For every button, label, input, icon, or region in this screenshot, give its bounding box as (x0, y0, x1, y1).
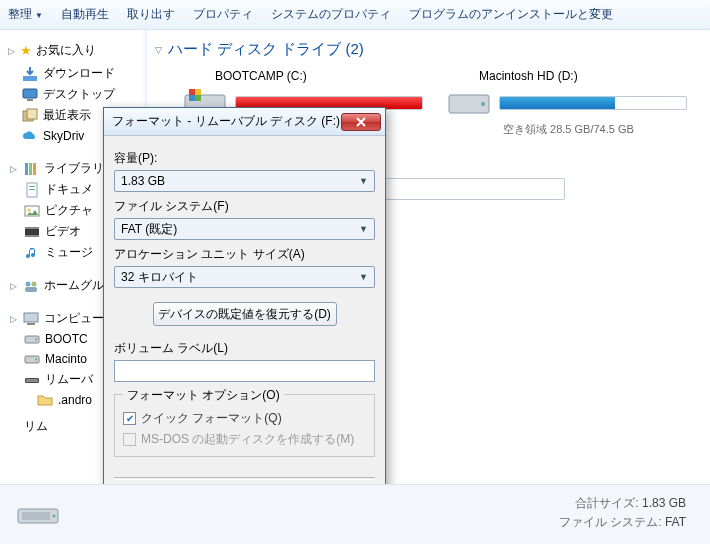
library-icon (23, 161, 39, 177)
sidebar-downloads[interactable]: ダウンロード (10, 63, 146, 84)
toolbar-autoplay[interactable]: 自動再生 (61, 6, 109, 23)
hdd-icon (447, 87, 491, 119)
svg-point-12 (28, 208, 31, 211)
svg-rect-26 (26, 379, 38, 382)
volume-label-label: ボリューム ラベル(L) (114, 340, 375, 357)
hdd-icon (24, 331, 40, 347)
checkbox-icon (123, 433, 136, 446)
volume-label-input[interactable] (114, 360, 375, 382)
recent-icon (22, 108, 38, 124)
checkbox-icon: ✔ (123, 412, 136, 425)
chevron-down-icon: ▽ (155, 45, 162, 55)
svg-rect-2 (27, 99, 33, 101)
picture-icon (24, 203, 40, 219)
allocation-label: アロケーション ユニット サイズ(A) (114, 246, 375, 263)
capacity-label: 容量(P): (114, 150, 375, 167)
quick-format-checkbox[interactable]: ✔ クイック フォーマット(Q) (123, 410, 366, 427)
toolbar-organize[interactable]: 整理▼ (8, 6, 43, 23)
svg-rect-35 (22, 512, 50, 520)
close-icon (356, 117, 366, 127)
svg-point-36 (53, 515, 56, 518)
star-icon: ★ (20, 43, 32, 58)
chevron-down-icon: ▼ (359, 272, 368, 282)
drive-free-space: 空き領域 28.5 GB/74.5 GB (447, 122, 687, 137)
svg-rect-15 (25, 235, 39, 237)
svg-rect-20 (27, 323, 35, 325)
svg-point-17 (32, 281, 37, 286)
format-options-group: フォーマット オプション(O) ✔ クイック フォーマット(Q) MS-DOS … (114, 394, 375, 457)
removable-icon (24, 372, 40, 388)
svg-rect-7 (33, 163, 36, 175)
hdd-section-header[interactable]: ▽ ハード ディスク ドライブ (2) (155, 36, 700, 69)
toolbar-eject[interactable]: 取り出す (127, 6, 175, 23)
chevron-down-icon: ▼ (359, 224, 368, 234)
filesystem-label: ファイル システム(F) (114, 198, 375, 215)
svg-rect-18 (25, 287, 37, 292)
allocation-select[interactable]: 32 キロバイト▼ (114, 266, 375, 288)
svg-rect-4 (27, 109, 37, 119)
toolbar-properties[interactable]: プロパティ (193, 6, 253, 23)
toolbar-system-properties[interactable]: システムのプロパティ (271, 6, 391, 23)
capacity-select[interactable]: 1.83 GB▼ (114, 170, 375, 192)
folder-icon (37, 392, 53, 408)
svg-point-24 (35, 359, 37, 361)
format-options-label: フォーマット オプション(O) (123, 387, 284, 404)
document-icon (24, 182, 40, 198)
msdos-boot-checkbox: MS-DOS の起動ディスクを作成する(M) (123, 431, 366, 448)
desktop-icon (22, 87, 38, 103)
toolbar-programs[interactable]: プログラムのアンインストールと変更 (409, 6, 613, 23)
svg-rect-9 (29, 186, 35, 187)
download-icon (22, 66, 38, 82)
restore-defaults-button[interactable]: デバイスの既定値を復元する(D) (153, 302, 337, 326)
details-text: 合計サイズ: 1.83 GB ファイル システム: FAT (559, 494, 686, 532)
filesystem-select[interactable]: FAT (既定)▼ (114, 218, 375, 240)
video-icon (24, 224, 40, 240)
capacity-bar (499, 96, 687, 110)
svg-rect-14 (25, 227, 39, 229)
svg-rect-1 (23, 89, 37, 98)
music-icon (24, 245, 40, 261)
drive-machd[interactable]: Macintosh HD (D:) 空き領域 28.5 GB/74.5 GB (447, 69, 687, 137)
removable-disk-icon (16, 495, 60, 534)
homegroup-icon (23, 278, 39, 294)
hdd-icon (24, 351, 40, 367)
computer-icon (23, 311, 39, 327)
divider (114, 477, 375, 480)
close-button[interactable] (341, 113, 381, 131)
format-dialog: フォーマット - リムーバブル ディスク (F:) 容量(P): 1.83 GB… (103, 107, 386, 528)
svg-point-33 (481, 102, 485, 106)
svg-point-22 (35, 339, 37, 341)
sidebar-desktop[interactable]: デスクトップ (10, 84, 146, 105)
chevron-down-icon: ▼ (359, 176, 368, 186)
toolbar: 整理▼ 自動再生 取り出す プロパティ システムのプロパティ プログラムのアンイ… (0, 0, 710, 30)
svg-rect-31 (195, 89, 201, 95)
svg-rect-29 (189, 89, 195, 95)
svg-point-16 (26, 281, 31, 286)
svg-rect-10 (29, 189, 35, 190)
sidebar-favorites[interactable]: ▷★ お気に入り (8, 42, 146, 59)
svg-rect-5 (25, 163, 28, 175)
svg-rect-6 (29, 163, 32, 175)
svg-rect-19 (24, 313, 38, 322)
cloud-icon (22, 128, 38, 144)
dialog-titlebar[interactable]: フォーマット - リムーバブル ディスク (F:) (104, 108, 385, 136)
svg-rect-0 (23, 76, 37, 81)
svg-rect-30 (195, 95, 201, 101)
dialog-title: フォーマット - リムーバブル ディスク (F:) (112, 113, 341, 130)
